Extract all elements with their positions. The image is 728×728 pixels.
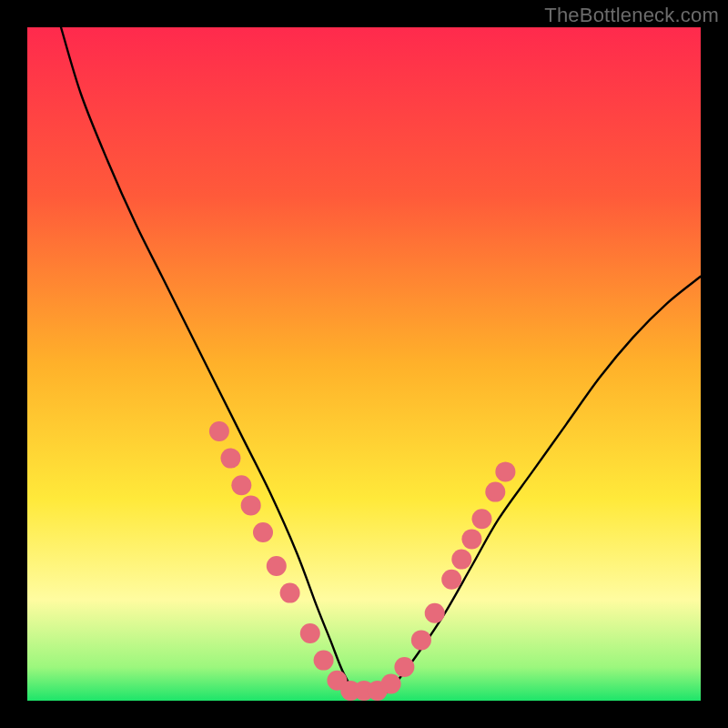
- curve-marker: [209, 421, 229, 441]
- curve-marker: [461, 529, 481, 549]
- curve-marker: [314, 651, 334, 671]
- curve-marker: [267, 556, 287, 576]
- bottleneck-chart: [0, 0, 728, 728]
- curve-marker: [394, 657, 414, 677]
- chart-frame: TheBottleneck.com: [0, 0, 728, 728]
- curve-marker: [485, 482, 505, 502]
- watermark-text: TheBottleneck.com: [544, 4, 719, 27]
- curve-marker: [253, 522, 273, 542]
- curve-marker: [495, 461, 515, 481]
- curve-marker: [280, 583, 300, 603]
- curve-marker: [411, 630, 431, 650]
- plot-background: [27, 27, 701, 701]
- curve-marker: [300, 623, 320, 643]
- curve-marker: [425, 603, 445, 623]
- curve-marker: [441, 570, 461, 590]
- curve-marker: [451, 550, 471, 570]
- curve-marker: [231, 475, 251, 495]
- curve-marker: [241, 495, 261, 515]
- curve-marker: [381, 674, 401, 694]
- curve-marker: [220, 449, 240, 469]
- curve-marker: [472, 509, 492, 529]
